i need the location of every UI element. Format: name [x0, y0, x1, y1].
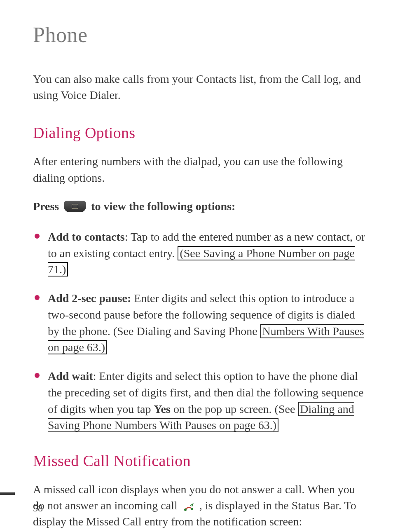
side-tab-indicator	[0, 492, 15, 495]
add-wait-text-after: on the pop up screen. (See	[171, 403, 298, 415]
press-label: Press	[33, 200, 59, 213]
svg-point-0	[184, 509, 187, 511]
intro-paragraph: You can also make calls from your Contac…	[33, 71, 368, 103]
list-item-add-contacts: Add to contacts: Tap to add the entered …	[33, 229, 368, 278]
page-number: 58	[33, 503, 43, 514]
add-wait-term: Add wait	[48, 370, 93, 382]
dialing-options-intro: After entering numbers with the dialpad,…	[33, 153, 368, 185]
list-item-add-wait: Add wait: Enter digits and select this o…	[33, 368, 368, 434]
dialing-options-heading: Dialing Options	[33, 124, 368, 142]
press-instruction: Press to view the following options:	[33, 200, 368, 213]
yes-label: Yes	[154, 403, 170, 415]
list-item-add-pause: Add 2-sec pause: Enter digits and select…	[33, 290, 368, 356]
missed-call-icon	[183, 502, 197, 511]
press-text: to view the following options:	[91, 200, 235, 213]
add-contacts-term: Add to contacts	[48, 230, 125, 243]
page-title: Phone	[33, 23, 368, 47]
dialing-options-list: Add to contacts: Tap to add the entered …	[33, 229, 368, 434]
missed-call-heading: Missed Call Notification	[33, 452, 368, 470]
missed-call-paragraph: A missed call icon displays when you do …	[33, 481, 368, 530]
add-pause-term: Add 2-sec pause:	[48, 292, 131, 305]
svg-point-1	[191, 508, 193, 510]
menu-button-icon	[64, 201, 86, 212]
